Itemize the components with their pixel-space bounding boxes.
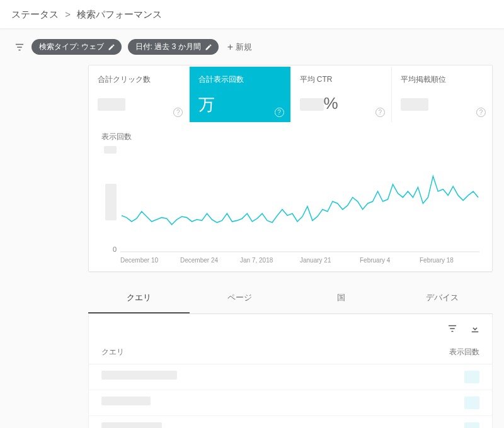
chart-y-axis: . . 0 <box>101 146 120 253</box>
metric-row: 合計クリック数 . ? 合計表示回数 万 ? 平均 CTR .% ? 平均掲載順… <box>89 67 492 123</box>
chart-y-zero: 0 <box>113 245 117 253</box>
metric-label: 平均掲載順位 <box>401 74 483 85</box>
chart-x-tick: December 10 <box>120 257 180 264</box>
table-head-query: クエリ <box>101 347 124 358</box>
redacted-query: . <box>101 397 151 405</box>
help-icon[interactable]: ? <box>275 108 284 117</box>
help-icon[interactable]: ? <box>375 108 385 117</box>
redacted-impressions: . <box>464 422 479 428</box>
table-row[interactable]: .. <box>89 390 492 416</box>
metric-average-position[interactable]: 平均掲載順位 . ? <box>392 67 492 122</box>
metric-total-clicks[interactable]: 合計クリック数 . ? <box>89 67 190 122</box>
pencil-icon <box>108 43 115 51</box>
metric-label: 合計表示回数 <box>198 74 281 85</box>
metric-unit: % <box>324 94 338 113</box>
download-icon[interactable] <box>469 323 481 334</box>
breadcrumb-current: 検索パフォーマンス <box>77 9 162 20</box>
chart-line <box>122 176 478 225</box>
chart-area: 表示回数 . . 0 December 10December 24Jan 7, … <box>89 123 492 265</box>
table-head-impressions: 表示回数 <box>449 347 479 358</box>
redacted-value: . <box>98 98 125 111</box>
table-head: クエリ 表示回数 <box>89 341 492 364</box>
help-icon[interactable]: ? <box>476 108 486 117</box>
redacted-impressions: . <box>464 371 479 383</box>
tab-country[interactable]: 国 <box>290 283 392 313</box>
chip-search-type-label: 検索タイプ: ウェブ <box>39 42 104 52</box>
redacted-impressions: . <box>464 397 479 409</box>
chart-x-tick: January 21 <box>300 257 360 264</box>
pencil-icon <box>205 43 212 51</box>
filter-icon[interactable] <box>14 42 25 53</box>
plus-icon: + <box>227 42 233 52</box>
redacted-query: . <box>101 422 162 428</box>
chart-svg <box>120 146 479 253</box>
chart-x-tick: February 4 <box>360 257 420 264</box>
redacted-value: . <box>401 98 428 111</box>
chart-x-tick: Jan 7, 2018 <box>240 257 300 264</box>
breadcrumb-separator: > <box>65 9 71 20</box>
chart-x-tick: February 18 <box>420 257 479 264</box>
table-panel: クエリ 表示回数 ........ <box>88 314 493 428</box>
table-tabs: クエリ ページ 国 デバイス <box>88 283 493 314</box>
metric-label: 合計クリック数 <box>98 74 180 85</box>
table-row[interactable]: .. <box>89 364 492 390</box>
tab-query[interactable]: クエリ <box>88 283 190 313</box>
metric-label: 平均 CTR <box>300 74 382 85</box>
filter-row: 検索タイプ: ウェブ 日付: 過去 3 か月間 + 新規 <box>0 29 504 65</box>
add-filter-label: 新規 <box>236 42 252 53</box>
chip-date-range[interactable]: 日付: 過去 3 か月間 <box>128 39 219 55</box>
chart-x-axis: December 10December 24Jan 7, 2018January… <box>120 253 479 265</box>
redacted-query: . <box>101 371 177 380</box>
add-filter-button[interactable]: + 新規 <box>227 42 252 53</box>
help-icon[interactable]: ? <box>173 108 183 117</box>
metric-unit: 万 <box>198 95 215 114</box>
chip-search-type[interactable]: 検索タイプ: ウェブ <box>32 39 122 55</box>
filter-icon[interactable] <box>447 323 458 334</box>
redacted-y-tick: . <box>105 184 117 220</box>
metric-average-ctr[interactable]: 平均 CTR .% ? <box>291 67 392 122</box>
redacted-value: . <box>300 98 324 111</box>
metrics-panel: 合計クリック数 . ? 合計表示回数 万 ? 平均 CTR .% ? 平均掲載順… <box>88 65 493 272</box>
tab-page[interactable]: ページ <box>190 283 291 313</box>
table-toolbar <box>89 314 492 341</box>
tab-device[interactable]: デバイス <box>392 283 493 313</box>
table-row[interactable]: .. <box>89 416 492 428</box>
breadcrumb-parent[interactable]: ステータス <box>11 9 59 20</box>
chart-x-tick: December 24 <box>180 257 240 264</box>
redacted-y-tick: . <box>104 146 117 154</box>
metric-total-impressions[interactable]: 合計表示回数 万 ? <box>190 67 290 122</box>
chip-date-range-label: 日付: 過去 3 か月間 <box>135 42 201 52</box>
chart-y-label: 表示回数 <box>101 132 479 142</box>
breadcrumb: ステータス > 検索パフォーマンス <box>0 0 504 29</box>
